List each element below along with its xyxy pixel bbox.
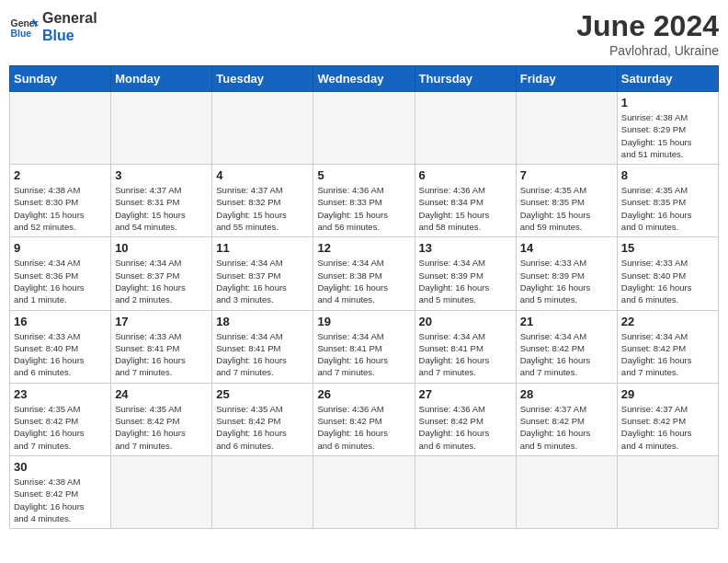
- title-block: June 2024 Pavlohrad, Ukraine: [576, 9, 719, 58]
- day-info: Sunrise: 4:38 AM Sunset: 8:42 PM Dayligh…: [14, 476, 107, 524]
- day-number: 26: [317, 387, 410, 401]
- header: General Blue General Blue June 2024 Pavl…: [9, 9, 719, 58]
- calendar-cell: [111, 455, 212, 528]
- day-number: 7: [520, 168, 613, 182]
- calendar-cell: [415, 92, 516, 165]
- day-info: Sunrise: 4:36 AM Sunset: 8:42 PM Dayligh…: [317, 403, 410, 452]
- day-number: 1: [621, 96, 714, 109]
- weekday-header-thursday: Thursday: [415, 66, 516, 92]
- calendar-cell: [111, 92, 212, 165]
- week-row-3: 16Sunrise: 4:33 AM Sunset: 8:40 PM Dayli…: [10, 310, 719, 383]
- weekday-header-friday: Friday: [516, 66, 617, 92]
- calendar-cell: 8Sunrise: 4:35 AM Sunset: 8:35 PM Daylig…: [617, 165, 718, 237]
- day-number: 19: [317, 315, 410, 328]
- calendar-cell: [212, 92, 313, 165]
- day-info: Sunrise: 4:37 AM Sunset: 8:42 PM Dayligh…: [621, 403, 714, 452]
- day-number: 29: [621, 387, 714, 401]
- calendar-cell: 12Sunrise: 4:34 AM Sunset: 8:38 PM Dayli…: [313, 237, 415, 310]
- weekday-header-row: SundayMondayTuesdayWednesdayThursdayFrid…: [10, 66, 719, 92]
- day-number: 17: [115, 315, 208, 328]
- calendar-table: SundayMondayTuesdayWednesdayThursdayFrid…: [9, 65, 719, 529]
- weekday-header-saturday: Saturday: [617, 66, 718, 92]
- day-info: Sunrise: 4:38 AM Sunset: 8:30 PM Dayligh…: [14, 184, 107, 233]
- day-info: Sunrise: 4:34 AM Sunset: 8:36 PM Dayligh…: [14, 257, 107, 305]
- calendar-cell: 14Sunrise: 4:33 AM Sunset: 8:39 PM Dayli…: [516, 237, 617, 310]
- calendar-cell: 24Sunrise: 4:35 AM Sunset: 8:42 PM Dayli…: [111, 383, 212, 455]
- day-info: Sunrise: 4:34 AM Sunset: 8:38 PM Dayligh…: [317, 257, 410, 305]
- day-info: Sunrise: 4:37 AM Sunset: 8:31 PM Dayligh…: [115, 184, 208, 233]
- calendar-cell: [313, 455, 415, 528]
- day-number: 3: [115, 168, 208, 182]
- day-number: 20: [419, 315, 512, 328]
- day-number: 15: [621, 241, 714, 255]
- day-number: 27: [419, 387, 512, 401]
- day-info: Sunrise: 4:34 AM Sunset: 8:37 PM Dayligh…: [216, 257, 309, 305]
- day-number: 12: [317, 241, 410, 255]
- location-subtitle: Pavlohrad, Ukraine: [576, 43, 719, 58]
- weekday-header-sunday: Sunday: [10, 66, 111, 92]
- day-number: 18: [216, 315, 309, 328]
- weekday-header-tuesday: Tuesday: [212, 66, 313, 92]
- calendar-cell: 19Sunrise: 4:34 AM Sunset: 8:41 PM Dayli…: [313, 310, 415, 383]
- calendar-cell: [415, 455, 516, 528]
- calendar-cell: 1Sunrise: 4:38 AM Sunset: 8:29 PM Daylig…: [617, 92, 718, 165]
- day-number: 22: [621, 315, 714, 328]
- day-number: 11: [216, 241, 309, 255]
- calendar-cell: 15Sunrise: 4:33 AM Sunset: 8:40 PM Dayli…: [617, 237, 718, 310]
- day-number: 2: [14, 168, 107, 182]
- calendar-cell: [10, 92, 111, 165]
- week-row-4: 23Sunrise: 4:35 AM Sunset: 8:42 PM Dayli…: [10, 383, 719, 455]
- calendar-cell: 2Sunrise: 4:38 AM Sunset: 8:30 PM Daylig…: [10, 165, 111, 237]
- month-title: June 2024: [576, 9, 719, 43]
- day-info: Sunrise: 4:34 AM Sunset: 8:37 PM Dayligh…: [115, 257, 208, 305]
- day-number: 14: [520, 241, 613, 255]
- calendar-cell: 20Sunrise: 4:34 AM Sunset: 8:41 PM Dayli…: [415, 310, 516, 383]
- day-info: Sunrise: 4:36 AM Sunset: 8:33 PM Dayligh…: [317, 184, 410, 233]
- day-info: Sunrise: 4:35 AM Sunset: 8:35 PM Dayligh…: [621, 184, 714, 233]
- day-number: 9: [14, 241, 107, 255]
- calendar-cell: 26Sunrise: 4:36 AM Sunset: 8:42 PM Dayli…: [313, 383, 415, 455]
- calendar-cell: 30Sunrise: 4:38 AM Sunset: 8:42 PM Dayli…: [10, 455, 111, 528]
- calendar-cell: 28Sunrise: 4:37 AM Sunset: 8:42 PM Dayli…: [516, 383, 617, 455]
- day-info: Sunrise: 4:35 AM Sunset: 8:35 PM Dayligh…: [520, 184, 613, 233]
- calendar-cell: [516, 455, 617, 528]
- calendar-cell: 9Sunrise: 4:34 AM Sunset: 8:36 PM Daylig…: [10, 237, 111, 310]
- calendar-cell: 11Sunrise: 4:34 AM Sunset: 8:37 PM Dayli…: [212, 237, 313, 310]
- calendar-cell: 4Sunrise: 4:37 AM Sunset: 8:32 PM Daylig…: [212, 165, 313, 237]
- week-row-1: 2Sunrise: 4:38 AM Sunset: 8:30 PM Daylig…: [10, 165, 719, 237]
- logo: General Blue General Blue: [9, 9, 97, 44]
- day-info: Sunrise: 4:34 AM Sunset: 8:42 PM Dayligh…: [520, 330, 613, 379]
- day-number: 8: [621, 168, 714, 182]
- calendar-cell: 7Sunrise: 4:35 AM Sunset: 8:35 PM Daylig…: [516, 165, 617, 237]
- calendar-cell: 16Sunrise: 4:33 AM Sunset: 8:40 PM Dayli…: [10, 310, 111, 383]
- calendar-cell: 5Sunrise: 4:36 AM Sunset: 8:33 PM Daylig…: [313, 165, 415, 237]
- day-number: 10: [115, 241, 208, 255]
- calendar-cell: 13Sunrise: 4:34 AM Sunset: 8:39 PM Dayli…: [415, 237, 516, 310]
- day-info: Sunrise: 4:34 AM Sunset: 8:41 PM Dayligh…: [216, 330, 309, 379]
- day-number: 24: [115, 387, 208, 401]
- day-info: Sunrise: 4:35 AM Sunset: 8:42 PM Dayligh…: [216, 403, 309, 452]
- week-row-5: 30Sunrise: 4:38 AM Sunset: 8:42 PM Dayli…: [10, 455, 719, 528]
- day-info: Sunrise: 4:37 AM Sunset: 8:42 PM Dayligh…: [520, 403, 613, 452]
- day-number: 23: [14, 387, 107, 401]
- day-number: 25: [216, 387, 309, 401]
- calendar-cell: 23Sunrise: 4:35 AM Sunset: 8:42 PM Dayli…: [10, 383, 111, 455]
- day-number: 16: [14, 315, 107, 328]
- calendar-cell: 10Sunrise: 4:34 AM Sunset: 8:37 PM Dayli…: [111, 237, 212, 310]
- day-number: 28: [520, 387, 613, 401]
- calendar-cell: [617, 455, 718, 528]
- calendar-cell: 22Sunrise: 4:34 AM Sunset: 8:42 PM Dayli…: [617, 310, 718, 383]
- logo-general-text: General: [42, 9, 97, 27]
- day-info: Sunrise: 4:38 AM Sunset: 8:29 PM Dayligh…: [621, 111, 714, 160]
- day-info: Sunrise: 4:34 AM Sunset: 8:41 PM Dayligh…: [419, 330, 512, 379]
- day-number: 13: [419, 241, 512, 255]
- day-info: Sunrise: 4:36 AM Sunset: 8:34 PM Dayligh…: [419, 184, 512, 233]
- day-info: Sunrise: 4:33 AM Sunset: 8:40 PM Dayligh…: [14, 330, 107, 379]
- calendar-cell: 21Sunrise: 4:34 AM Sunset: 8:42 PM Dayli…: [516, 310, 617, 383]
- day-number: 21: [520, 315, 613, 328]
- day-info: Sunrise: 4:35 AM Sunset: 8:42 PM Dayligh…: [115, 403, 208, 452]
- logo-icon: General Blue: [9, 12, 39, 41]
- calendar-cell: [516, 92, 617, 165]
- calendar-cell: 3Sunrise: 4:37 AM Sunset: 8:31 PM Daylig…: [111, 165, 212, 237]
- calendar-cell: 18Sunrise: 4:34 AM Sunset: 8:41 PM Dayli…: [212, 310, 313, 383]
